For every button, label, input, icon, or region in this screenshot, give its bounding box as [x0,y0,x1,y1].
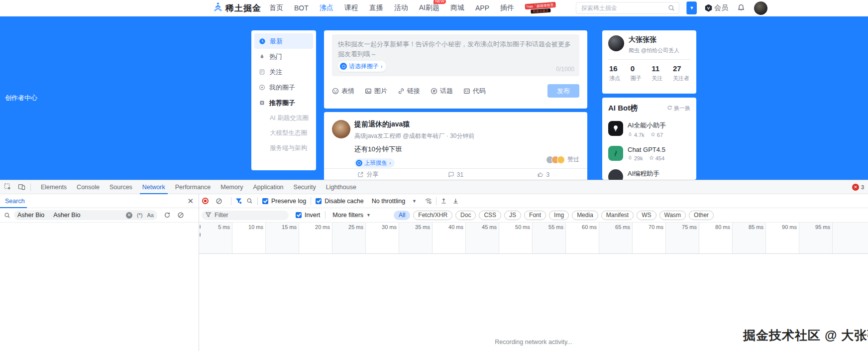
header-nav-item[interactable]: 活动 [394,3,408,12]
devtools-tab[interactable]: Memory [216,180,248,194]
select-circle-button[interactable]: 请选择圈子 › [338,61,386,72]
profile-name[interactable]: 大张张张 [629,35,679,44]
more-filters-button[interactable]: More filters ▼ [332,212,371,219]
comment-button[interactable]: 31 [412,169,499,180]
user-avatar[interactable] [754,1,767,15]
devtools-tab[interactable]: Sources [105,180,137,194]
bot-item-2[interactable]: Chat GPT4.5 29k 454 [608,146,690,161]
clear-query-icon[interactable]: ✕ [126,212,132,219]
code-tool[interactable]: 代码 [463,87,486,96]
site-search-input[interactable] [580,4,668,12]
console-error-badge[interactable]: ✕ 3 [852,184,864,191]
disable-cache-checkbox[interactable] [316,198,322,204]
like-button[interactable]: 3 [500,169,587,180]
clear-results-icon[interactable] [177,212,184,219]
sidebar-item-recommended-circles[interactable]: 推荐圈子 [254,95,313,111]
type-filter-pill[interactable]: Manifest [601,211,634,220]
profile-stat[interactable]: 27 关注者 [673,64,689,82]
sidebar-sub-item[interactable]: 服务端与架构 [254,140,313,155]
devtools-tab[interactable]: Security [289,180,321,194]
devtools-tab[interactable]: Console [72,180,105,194]
type-filter-pill[interactable]: All [394,211,410,220]
header-nav-item[interactable]: 商城 [450,3,464,12]
clear-network-icon[interactable] [216,198,222,205]
preserve-log-label[interactable]: Preserve log [271,198,306,205]
invert-checkbox[interactable] [296,212,302,218]
network-conditions-icon[interactable] [425,197,432,205]
publish-button[interactable]: 发布 [547,84,579,98]
refresh-button[interactable]: 换一换 [667,105,690,112]
import-har-icon[interactable] [440,198,447,204]
network-search-icon[interactable] [246,198,253,204]
share-button[interactable]: 分享 [324,169,412,180]
juejin-logo[interactable]: 稀土掘金 [213,2,261,14]
type-filter-pill[interactable]: CSS [479,211,501,220]
sidebar-item-hot[interactable]: 热门 [254,49,313,64]
search-suggestion[interactable]: Asher Bio [53,212,80,219]
emoji-tool[interactable]: 表情 [332,87,354,96]
header-nav-item[interactable]: 首页 [269,3,283,12]
type-filter-pill[interactable]: Other [689,211,714,220]
type-filter-pill[interactable]: WS [637,211,656,220]
header-nav-item[interactable]: 插件 [500,3,514,12]
drawer-tab-search[interactable]: Search [5,194,25,208]
sidebar-item-my-circles[interactable]: 我的圈子 [254,80,313,95]
creator-center-button[interactable]: 创作者中心 ▼ [686,1,697,14]
sidebar-item-latest[interactable]: 最新 [254,33,313,49]
inspect-element-icon[interactable] [4,183,11,191]
type-filter-pill[interactable]: JS [504,211,521,220]
bot-item-3[interactable]: AI编程助手 [608,169,690,180]
post-author-avatar[interactable] [332,120,350,138]
liked-by-row[interactable]: 赞过 [546,155,579,164]
disable-cache-label[interactable]: Disable cache [325,198,364,205]
devtools-tab[interactable]: Performance [170,180,216,194]
member-link[interactable]: V 会员 [705,3,728,12]
profile-stat[interactable]: 0 圈子 [631,64,642,82]
sidebar-sub-item[interactable]: AI 刷题交流圈 [254,111,313,125]
header-nav-item[interactable]: 直播 [369,3,383,12]
creator-caret-icon[interactable]: ▼ [686,1,697,14]
header-nav-item[interactable]: 沸点 [320,3,333,12]
regex-toggle[interactable]: (*) [137,212,143,218]
devtools-tab[interactable]: Application [248,180,288,194]
refresh-search-icon[interactable] [164,212,171,219]
header-nav-item[interactable]: BOT [294,4,309,12]
header-nav-item[interactable]: AI刷题NEW [419,3,439,12]
composer-input[interactable]: 快和掘友一起分享新鲜事！告诉你个小秘密，发布沸点时添加圈子和话题会被更多掘友看到… [332,34,579,76]
invert-label[interactable]: Invert [305,212,320,219]
devtools-tab[interactable]: Network [137,180,170,194]
type-filter-pill[interactable]: Fetch/XHR [413,211,452,220]
type-filter-pill[interactable]: Font [524,211,546,220]
filter-funnel-icon[interactable] [235,198,242,204]
devtools-tab[interactable]: Lighthouse [321,180,361,194]
profile-stat[interactable]: 11 关注 [651,64,662,82]
link-tool[interactable]: 链接 [398,87,420,96]
type-filter-pill[interactable]: Wasm [659,211,686,220]
header-nav-item[interactable]: APP [475,4,489,12]
sidebar-sub-item[interactable]: 大模型生态圈 [254,125,313,140]
header-nav-item[interactable]: 课程 [344,3,358,12]
image-tool[interactable]: 图片 [365,87,387,96]
devtools-tab[interactable]: Elements [36,180,72,194]
sidebar-item-following[interactable]: 关注 [254,64,313,80]
topic-tool[interactable]: 话题 [431,87,453,96]
type-filter-pill[interactable]: Doc [455,211,476,220]
notifications-bell-icon[interactable] [737,4,745,12]
match-case-toggle[interactable]: Aa [147,212,154,218]
trae-promo-badge[interactable]: Trae「超级体验官」 就差这篇文 [525,2,556,14]
type-filter-pill[interactable]: Media [572,211,598,220]
record-network-button[interactable] [202,198,209,204]
post-circle-tag[interactable]: 上班摸鱼 › [354,158,395,168]
drawer-search-field[interactable]: Asher Bio Asher Bio ✕ (*) Aa [14,210,157,220]
preserve-log-checkbox[interactable] [262,198,268,204]
export-har-icon[interactable] [452,198,459,204]
network-filter-input[interactable] [214,211,275,219]
bot-item-1[interactable]: AI全能小助手 4.7k 67 [608,121,690,138]
search-icon[interactable] [668,4,675,11]
device-toolbar-icon[interactable] [18,183,25,191]
throttling-select[interactable]: No throttling ▼ [372,198,417,205]
type-filter-pill[interactable]: Img [549,211,569,220]
network-overview-timeline[interactable]: 5 ms10 ms15 ms20 ms25 ms30 ms35 ms40 ms4… [199,223,868,254]
close-drawer-icon[interactable]: ✕ [187,197,194,205]
profile-stat[interactable]: 16 沸点 [609,64,620,82]
